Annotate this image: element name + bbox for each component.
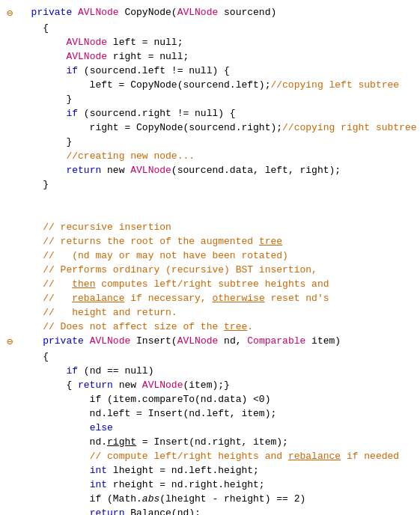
code-line: // then computes left/right subtree heig…: [0, 278, 420, 292]
code-line: AVLNode right = null;: [0, 50, 420, 64]
code-content: AVLNode right = null;: [19, 50, 417, 64]
code-content: if (sourcend.right != null) {: [19, 107, 417, 121]
code-line: }: [0, 135, 420, 150]
code-content: nd.right = Insert(nd.right, item);: [19, 436, 417, 450]
code-content: if (nd == null): [19, 365, 417, 379]
code-content: }: [19, 135, 417, 150]
code-line: { return new AVLNode(item);}: [0, 379, 420, 393]
code-line: left = CopyNode(sourcend.left);//copying…: [0, 79, 420, 93]
code-content: return new AVLNode(sourcend.data, left, …: [19, 164, 417, 178]
code-editor: ⊖ private AVLNode CopyNode(AVLNode sourc…: [0, 0, 420, 515]
code-line: ⊖ private AVLNode CopyNode(AVLNode sourc…: [0, 6, 420, 22]
code-line: // rebalance if necessary, otherwise res…: [0, 292, 420, 306]
code-content: // Does not affect size of the tree.: [19, 320, 417, 335]
code-content: if (sourcend.left != null) {: [19, 64, 417, 79]
code-content: left = CopyNode(sourcend.left);//copying…: [19, 79, 417, 93]
code-line: }: [0, 93, 420, 107]
code-line: [0, 192, 420, 207]
line-gutter: ⊖: [3, 335, 16, 350]
code-line: return Balance(nd);: [0, 507, 420, 515]
code-content: right = CopyNode(sourcend.right);//copyi…: [19, 121, 417, 135]
code-line: if (Math.abs(lheight - rheight) == 2): [0, 493, 420, 507]
code-line: {: [0, 22, 420, 36]
code-content: return Balance(nd);: [19, 507, 417, 515]
code-content: if (item.compareTo(nd.data) <0): [19, 393, 417, 407]
code-line: // height and return.: [0, 306, 420, 320]
code-line: right = CopyNode(sourcend.right);//copyi…: [0, 121, 420, 135]
code-line: // returns the root of the augmented tre…: [0, 235, 420, 249]
code-content: AVLNode left = null;: [19, 36, 417, 50]
code-line: nd.right = Insert(nd.right, item);: [0, 436, 420, 450]
code-content: // returns the root of the augmented tre…: [19, 235, 417, 249]
code-content: // height and return.: [19, 306, 417, 320]
code-line: // compute left/right heights and rebala…: [0, 450, 420, 464]
code-content: { return new AVLNode(item);}: [19, 379, 417, 393]
code-line: //creating new node...: [0, 150, 420, 164]
code-line: // recursive insertion: [0, 221, 420, 235]
code-line: if (sourcend.right != null) {: [0, 107, 420, 121]
code-line: // (nd may or may not have been rotated): [0, 249, 420, 263]
code-content: int rheight = nd.right.height;: [19, 478, 417, 493]
code-line: int rheight = nd.right.height;: [0, 478, 420, 493]
code-content: int lheight = nd.left.height;: [19, 464, 417, 478]
code-content: private AVLNode CopyNode(AVLNode sourcen…: [19, 6, 417, 20]
code-line: ⊖ private AVLNode Insert(AVLNode nd, Com…: [0, 335, 420, 350]
code-line: AVLNode left = null;: [0, 36, 420, 50]
code-line: int lheight = nd.left.height;: [0, 464, 420, 478]
code-content: }: [19, 93, 417, 107]
code-content: {: [19, 22, 417, 36]
code-content: // recursive insertion: [19, 221, 417, 235]
code-content: {: [19, 350, 417, 365]
code-content: else: [19, 421, 417, 436]
code-content: // rebalance if necessary, otherwise res…: [19, 292, 417, 306]
code-line: // Does not affect size of the tree.: [0, 320, 420, 335]
code-content: // compute left/right heights and rebala…: [19, 450, 417, 464]
code-content: private AVLNode Insert(AVLNode nd, Compa…: [19, 335, 417, 349]
code-line: if (item.compareTo(nd.data) <0): [0, 393, 420, 407]
code-line: }: [0, 178, 420, 192]
code-content: // then computes left/right subtree heig…: [19, 278, 417, 292]
code-line: // Performs ordinary (recursive) BST ins…: [0, 263, 420, 278]
code-content: }: [19, 178, 417, 192]
code-line: if (nd == null): [0, 365, 420, 379]
code-line: nd.left = Insert(nd.left, item);: [0, 407, 420, 421]
code-line: if (sourcend.left != null) {: [0, 64, 420, 79]
code-content: // Performs ordinary (recursive) BST ins…: [19, 263, 417, 278]
code-content: if (Math.abs(lheight - rheight) == 2): [19, 493, 417, 507]
code-line: {: [0, 350, 420, 365]
code-content: // (nd may or may not have been rotated): [19, 249, 417, 263]
code-content: //creating new node...: [19, 150, 417, 164]
code-content: nd.left = Insert(nd.left, item);: [19, 407, 417, 421]
line-gutter: ⊖: [3, 6, 16, 22]
code-line: else: [0, 421, 420, 436]
code-line: return new AVLNode(sourcend.data, left, …: [0, 164, 420, 178]
code-line: [0, 207, 420, 221]
